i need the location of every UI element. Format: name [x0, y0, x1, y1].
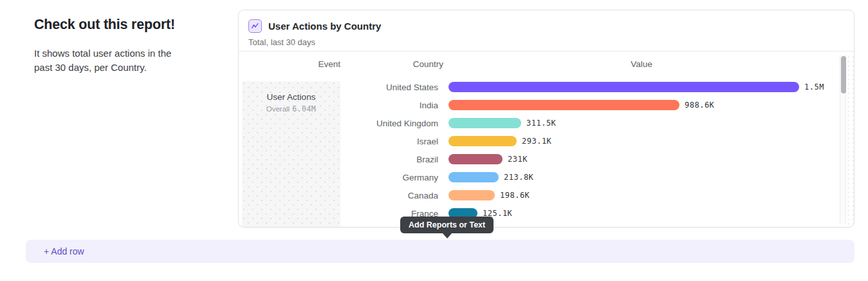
country-label: Brazil	[239, 155, 438, 164]
value-label: 213.8K	[504, 173, 533, 182]
bar-germany[interactable]	[448, 172, 499, 182]
chart-row: Brazil231K	[239, 150, 835, 168]
bar-and-value: 1.5M	[448, 82, 824, 92]
bar-brazil[interactable]	[448, 154, 503, 164]
report-card[interactable]: User Actions by Country Total, last 30 d…	[238, 10, 854, 228]
chart-row: France125.1K	[239, 204, 835, 222]
report-card-header[interactable]: User Actions by Country Total, last 30 d…	[239, 10, 854, 52]
chart-scrollbar-track[interactable]	[840, 55, 846, 224]
chart-row: Canada198.6K	[239, 186, 835, 204]
chart-row: Israel293.1K	[239, 132, 835, 150]
bar-united-kingdom[interactable]	[448, 118, 521, 128]
country-label: United Kingdom	[239, 119, 438, 128]
chart-row: United States1.5M	[239, 78, 835, 96]
add-reports-tooltip: Add Reports or Text	[400, 217, 494, 233]
card-edge-texture	[846, 55, 854, 227]
intro-text-block: Check out this report! It shows total us…	[34, 17, 195, 74]
intro-body: It shows total user actions in the past …	[34, 46, 189, 74]
chart-row: United Kingdom311.5K	[239, 114, 835, 132]
country-label: India	[239, 101, 438, 110]
chart-row: Germany213.8K	[239, 168, 835, 186]
bar-and-value: 988.6K	[448, 100, 714, 110]
chart-scrollbar-thumb[interactable]	[841, 56, 846, 93]
bar-and-value: 213.8K	[448, 172, 533, 182]
bar-and-value: 311.5K	[448, 118, 556, 128]
value-label: 231K	[508, 155, 528, 164]
bar-india[interactable]	[448, 100, 679, 110]
country-label: Canada	[239, 191, 438, 200]
column-header-event: Event	[242, 59, 340, 69]
column-header-value: Value	[448, 59, 835, 69]
column-header-country: Country	[340, 59, 443, 69]
dashboard-page: Check out this report! It shows total us…	[0, 0, 868, 281]
country-label: United States	[239, 82, 438, 92]
bar-canada[interactable]	[448, 190, 495, 200]
report-title: User Actions by Country	[268, 21, 381, 32]
intro-heading: Check out this report!	[34, 17, 195, 33]
tooltip-label: Add Reports or Text	[409, 220, 485, 229]
bar-and-value: 231K	[448, 154, 528, 164]
value-label: 1.5M	[804, 82, 824, 92]
bar-rows: United States1.5MIndia988.6KUnited Kingd…	[239, 78, 835, 222]
value-label: 311.5K	[526, 119, 556, 128]
report-subtitle: Total, last 30 days	[248, 37, 844, 47]
value-label: 293.1K	[522, 137, 551, 146]
value-label: 198.6K	[500, 191, 530, 200]
add-row-button[interactable]: + Add row	[26, 240, 854, 263]
value-label: 988.6K	[685, 101, 714, 110]
country-label: Germany	[239, 173, 438, 182]
bar-chart-area: Event Country Value User Actions Overall…	[239, 52, 854, 227]
add-row-label: + Add row	[44, 246, 84, 257]
bar-and-value: 293.1K	[448, 136, 551, 146]
line-chart-icon	[248, 19, 262, 33]
bar-united-states[interactable]	[448, 82, 799, 92]
country-label: Israel	[239, 137, 438, 146]
bar-and-value: 198.6K	[448, 190, 530, 200]
chart-row: India988.6K	[239, 96, 835, 114]
bar-israel[interactable]	[448, 136, 517, 146]
